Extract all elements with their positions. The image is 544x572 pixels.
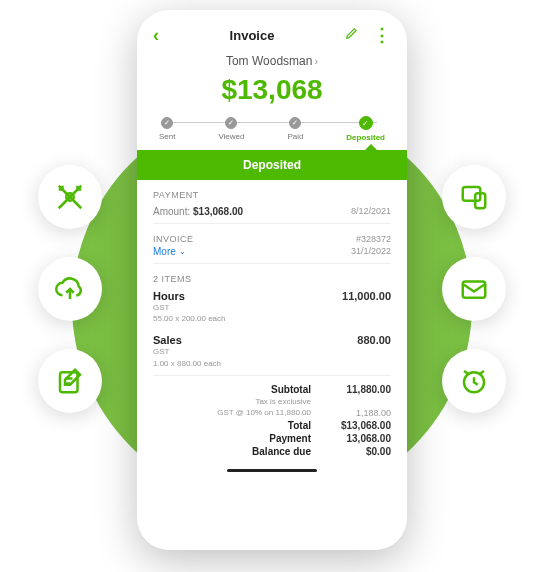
invoice-number: #328372 [356, 234, 391, 244]
totals-section: Subtotal11,880.00 Tax is exclusive GST @… [137, 376, 407, 463]
items-title: 2 ITEMS [153, 274, 391, 284]
chevron-right-icon: › [314, 55, 318, 67]
step-dot-deposited [359, 116, 373, 130]
status-ribbon: Deposited [137, 150, 407, 180]
screen-title: Invoice [230, 28, 275, 43]
invoice-title: INVOICE [153, 234, 194, 244]
more-link[interactable]: More ⌄ [153, 246, 186, 257]
chevron-down-icon: ⌄ [179, 247, 186, 256]
invoice-section: INVOICE #328372 More ⌄ 31/1/2022 [137, 224, 407, 263]
invoice-amount: $13,068 [137, 74, 407, 106]
payment-section: PAYMENT Amount: $13,068.00 8/12/2021 [137, 180, 407, 223]
note-edit-icon [38, 349, 102, 413]
payment-title: PAYMENT [153, 190, 391, 200]
items-section: 2 ITEMS Hours GST 55.00 x 200.00 each 11… [137, 264, 407, 375]
alarm-clock-icon [442, 349, 506, 413]
line-item[interactable]: Hours GST 55.00 x 200.00 each 11,000.00 [153, 290, 391, 324]
step-dot-sent [161, 117, 173, 129]
invoice-date: 31/1/2022 [351, 246, 391, 256]
mail-icon [442, 257, 506, 321]
customer-row[interactable]: Tom Woodsman › [137, 54, 407, 68]
edit-icon[interactable] [345, 26, 359, 44]
right-icon-column [442, 165, 506, 441]
back-button[interactable]: ‹ [153, 25, 159, 46]
line-item[interactable]: Sales GST 1.00 x 880.00 each 880.00 [153, 334, 391, 368]
left-icon-column [38, 165, 102, 441]
design-tools-icon [38, 165, 102, 229]
devices-icon [442, 165, 506, 229]
cloud-upload-icon [38, 257, 102, 321]
home-indicator [227, 469, 317, 472]
step-dot-paid [289, 117, 301, 129]
status-progress: Sent Viewed Paid Deposited [137, 116, 407, 142]
customer-name: Tom Woodsman [226, 54, 312, 68]
payment-date: 8/12/2021 [351, 206, 391, 216]
svg-rect-4 [463, 282, 486, 298]
phone-frame: ‹ Invoice ⋮ Tom Woodsman › $13,068 Sent … [137, 10, 407, 550]
step-dot-viewed [225, 117, 237, 129]
more-menu-icon[interactable]: ⋮ [373, 24, 391, 46]
